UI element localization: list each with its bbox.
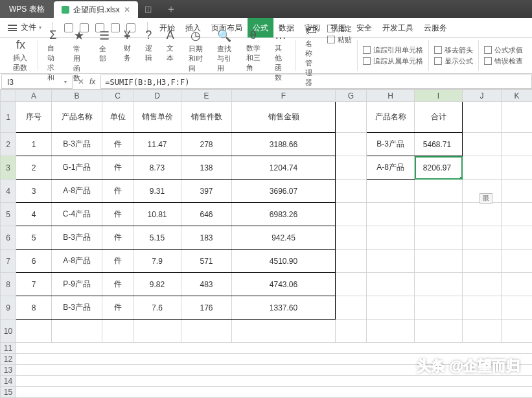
select-all-corner[interactable] bbox=[1, 90, 16, 102]
cell[interactable]: A-8产品 bbox=[367, 156, 415, 180]
cell[interactable]: 1337.60 bbox=[232, 296, 336, 320]
cell[interactable] bbox=[336, 226, 367, 250]
cell[interactable]: 销售件数 bbox=[181, 102, 232, 133]
cell[interactable]: 件 bbox=[102, 133, 133, 156]
cell[interactable] bbox=[463, 273, 502, 296]
row-head-15[interactable]: 15 bbox=[1, 387, 16, 398]
cell[interactable] bbox=[463, 296, 502, 320]
cell[interactable]: 件 bbox=[102, 203, 133, 226]
cell[interactable] bbox=[336, 320, 367, 343]
fx-icon[interactable]: fx bbox=[89, 77, 95, 86]
cell[interactable]: 397 bbox=[181, 180, 232, 203]
cell[interactable] bbox=[463, 203, 502, 226]
row-head-4[interactable]: 4 bbox=[1, 180, 16, 203]
row-head-6[interactable]: 6 bbox=[1, 226, 16, 250]
cell[interactable] bbox=[367, 273, 415, 296]
cell[interactable] bbox=[52, 320, 102, 343]
trace-precedents-button[interactable]: 追踪引用单元格 bbox=[363, 45, 423, 55]
menu-开发工具[interactable]: 开发工具 bbox=[377, 18, 419, 38]
cell[interactable]: 2 bbox=[16, 156, 52, 180]
row-head-14[interactable]: 14 bbox=[1, 376, 16, 387]
menu-安全[interactable]: 安全 bbox=[351, 18, 377, 38]
row-head-1[interactable]: 1 bbox=[1, 102, 16, 133]
insert-function-button[interactable]: fx 插入函数 bbox=[9, 38, 32, 73]
cell[interactable]: B-3产品 bbox=[52, 226, 102, 250]
cell[interactable]: B-3产品 bbox=[52, 296, 102, 320]
cell[interactable] bbox=[463, 102, 502, 133]
cell[interactable] bbox=[336, 250, 367, 273]
col-head-K[interactable]: K bbox=[502, 90, 533, 102]
cell[interactable]: 3188.66 bbox=[232, 133, 336, 156]
cell[interactable] bbox=[133, 320, 181, 343]
cell[interactable] bbox=[415, 273, 463, 296]
cell[interactable]: 9.31 bbox=[133, 180, 181, 203]
cell[interactable]: 1 bbox=[16, 133, 52, 156]
cell[interactable]: 11.47 bbox=[133, 133, 181, 156]
cell[interactable] bbox=[463, 250, 502, 273]
paste-name-button[interactable]: 粘贴 bbox=[327, 35, 352, 45]
cell[interactable]: 571 bbox=[181, 250, 232, 273]
cell[interactable] bbox=[16, 376, 533, 387]
cell[interactable]: 7.9 bbox=[133, 250, 181, 273]
col-head-E[interactable]: E bbox=[181, 90, 232, 102]
cell[interactable]: 产品名称 bbox=[52, 102, 102, 133]
cell[interactable] bbox=[415, 226, 463, 250]
cancel-icon[interactable]: ✕ bbox=[78, 77, 84, 86]
fill-handle[interactable] bbox=[460, 177, 463, 180]
cell[interactable] bbox=[502, 296, 533, 320]
cell[interactable] bbox=[415, 203, 463, 226]
cell[interactable] bbox=[502, 226, 533, 250]
row-head-5[interactable]: 5 bbox=[1, 203, 16, 226]
error-check-button[interactable]: 错误检查 bbox=[484, 56, 523, 66]
cell[interactable] bbox=[502, 320, 533, 343]
cell[interactable]: 件 bbox=[102, 250, 133, 273]
cell[interactable]: 6983.26 bbox=[232, 203, 336, 226]
cell[interactable] bbox=[415, 250, 463, 273]
row-head-10[interactable]: 10 bbox=[1, 320, 16, 343]
cell[interactable]: 8206.97 bbox=[415, 156, 463, 180]
cell[interactable] bbox=[16, 343, 533, 354]
cell[interactable]: B-3产品 bbox=[52, 133, 102, 156]
cell[interactable]: 5468.71 bbox=[415, 133, 463, 156]
cell[interactable]: 件 bbox=[102, 296, 133, 320]
cell[interactable]: 件 bbox=[102, 180, 133, 203]
cell[interactable] bbox=[502, 273, 533, 296]
row-head-3[interactable]: 3 bbox=[1, 156, 16, 180]
close-icon[interactable]: ✕ bbox=[124, 5, 130, 14]
cell[interactable]: G-1产品 bbox=[52, 156, 102, 180]
row-head-11[interactable]: 11 bbox=[1, 343, 16, 354]
cell[interactable] bbox=[502, 203, 533, 226]
cell[interactable]: 产品名称 bbox=[367, 102, 415, 133]
cell[interactable] bbox=[336, 180, 367, 203]
cell[interactable]: 10.81 bbox=[133, 203, 181, 226]
cell[interactable] bbox=[336, 203, 367, 226]
cell[interactable]: 单位 bbox=[102, 102, 133, 133]
cell[interactable] bbox=[502, 180, 533, 203]
cell[interactable]: 3696.07 bbox=[232, 180, 336, 203]
cell[interactable] bbox=[367, 226, 415, 250]
cell[interactable]: 278 bbox=[181, 133, 232, 156]
new-tab-icon[interactable]: ＋ bbox=[166, 3, 176, 16]
cell[interactable]: 件 bbox=[102, 273, 133, 296]
cell[interactable]: 序号 bbox=[16, 102, 52, 133]
remove-arrow-button[interactable]: 移去箭头 bbox=[434, 45, 473, 55]
name-box[interactable]: I3 ▾ bbox=[1, 75, 73, 89]
cell[interactable]: 4743.06 bbox=[232, 273, 336, 296]
cell[interactable]: 件 bbox=[102, 156, 133, 180]
show-formula-button[interactable]: 显示公式 bbox=[434, 56, 473, 66]
cell[interactable]: 3 bbox=[16, 180, 52, 203]
cell[interactable] bbox=[415, 320, 463, 343]
document-tab[interactable]: 企望而归.xlsx ✕ bbox=[54, 1, 138, 18]
col-head-C[interactable]: C bbox=[102, 90, 133, 102]
autofill-options-icon[interactable]: 眼 bbox=[480, 193, 492, 204]
cell[interactable] bbox=[16, 320, 52, 343]
cell[interactable]: 合计 bbox=[415, 102, 463, 133]
file-menu[interactable]: 文件 ▾ bbox=[4, 22, 45, 33]
cell[interactable]: 7 bbox=[16, 273, 52, 296]
row-head-2[interactable]: 2 bbox=[1, 133, 16, 156]
cell[interactable] bbox=[336, 133, 367, 156]
cell[interactable]: 4510.90 bbox=[232, 250, 336, 273]
cell[interactable] bbox=[336, 156, 367, 180]
cell[interactable]: 4 bbox=[16, 203, 52, 226]
formula-input[interactable]: =SUMIF(B:B,H3,F:F) bbox=[100, 75, 532, 89]
